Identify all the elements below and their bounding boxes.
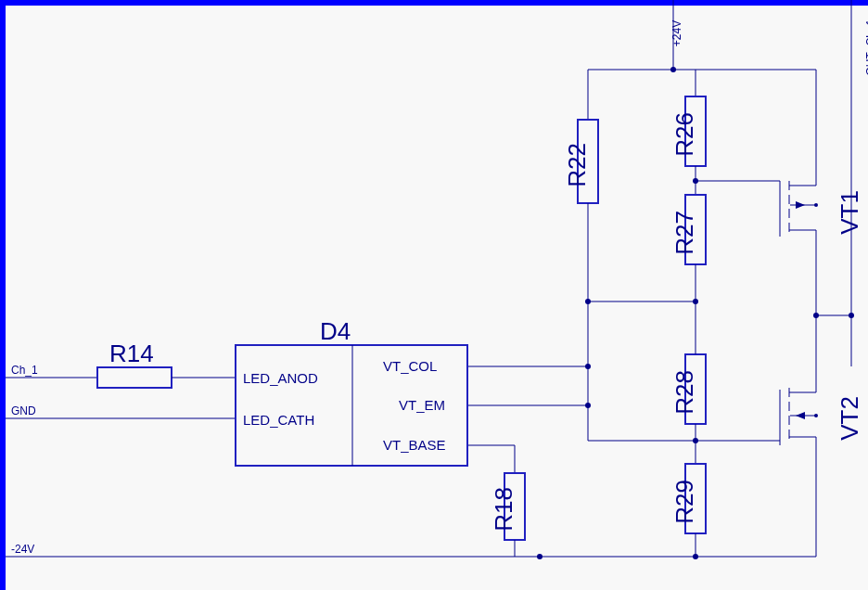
pin-vt-col: VT_COL [383, 358, 437, 374]
junction [670, 67, 676, 72]
net-ch1: Ch_1 [11, 364, 38, 377]
net-minus24v: -24V [11, 543, 34, 556]
resistor-r14[interactable] [97, 367, 172, 388]
label-r26: R26 [670, 112, 698, 157]
label-r29: R29 [670, 480, 698, 524]
label-d4: D4 [320, 317, 351, 345]
label-r14: R14 [109, 340, 154, 367]
label-r27: R27 [670, 211, 698, 255]
junction [537, 554, 542, 559]
label-vt2: VT2 [836, 396, 863, 441]
svg-point-9 [814, 203, 818, 207]
schematic-canvas: +24V OUT_Ch_1 R22 R26 R27 VT1 [0, 0, 868, 590]
net-plus24v: +24V [670, 20, 683, 46]
label-vt1: VT1 [836, 190, 863, 235]
label-r28: R28 [670, 370, 698, 415]
junction [693, 554, 698, 559]
pin-led-cath: LED_CATH [243, 412, 314, 428]
pin-led-anod: LED_ANOD [243, 370, 318, 386]
net-gnd: GND [11, 404, 36, 417]
label-r18: R18 [490, 487, 517, 532]
mosfet-vt1[interactable] [696, 70, 818, 315]
pin-vt-base: VT_BASE [383, 437, 446, 453]
net-out-ch1: OUT_Ch_1 [864, 19, 868, 75]
junction [585, 403, 591, 408]
svg-point-17 [814, 414, 818, 417]
junction [849, 313, 854, 318]
mosfet-vt2[interactable] [780, 388, 818, 557]
junction [585, 299, 591, 304]
label-r22: R22 [563, 143, 591, 187]
pin-vt-em: VT_EM [399, 397, 445, 413]
